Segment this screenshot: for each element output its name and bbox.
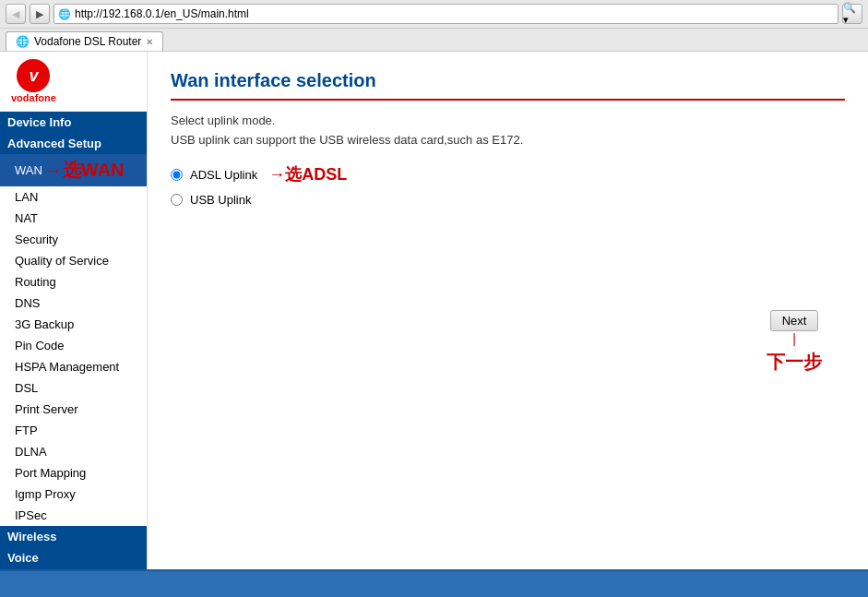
sidebar-item-port-mapping[interactable]: Port Mapping [0, 462, 147, 484]
search-button[interactable]: 🔍 ▾ [842, 4, 862, 24]
sidebar-item-dlna[interactable]: DLNA [0, 441, 147, 462]
sidebar: v vodafone Device Info Advanced Setup WA… [0, 52, 148, 597]
sidebar-item-pin-code[interactable]: Pin Code [0, 335, 147, 356]
sidebar-item-advanced-setup[interactable]: Advanced Setup [0, 133, 147, 154]
sidebar-item-ftp[interactable]: FTP [0, 420, 147, 441]
back-button[interactable]: ◀ [6, 4, 26, 24]
sidebar-item-ipsec[interactable]: IPSec [0, 505, 147, 526]
page-title: Wan interface selection [171, 70, 845, 101]
logo-v-letter: v [29, 66, 38, 86]
sidebar-item-wan[interactable]: WAN →选WAN [0, 154, 147, 186]
address-text: http://192.168.0.1/en_US/main.html [75, 7, 834, 20]
sidebar-item-dns[interactable]: DNS [0, 293, 147, 314]
content-area: v vodafone Device Info Advanced Setup WA… [0, 52, 868, 597]
browser-chrome: ◀ ▶ 🌐 http://192.168.0.1/en_US/main.html… [0, 0, 868, 52]
description2: USB uplink can support the USB wireless … [171, 133, 845, 147]
sidebar-item-dsl[interactable]: DSL [0, 377, 147, 399]
usb-label[interactable]: USB Uplink [190, 193, 251, 207]
sidebar-item-voice[interactable]: Voice [0, 547, 147, 568]
next-annotation: 下一步 [767, 350, 822, 375]
browser-toolbar: ◀ ▶ 🌐 http://192.168.0.1/en_US/main.html… [0, 0, 868, 29]
usb-option-row: USB Uplink [171, 193, 845, 207]
sidebar-item-igmp-proxy[interactable]: Igmp Proxy [0, 484, 147, 505]
adsl-option-row: ADSL Uplink →选ADSL [171, 163, 845, 185]
radio-group: ADSL Uplink →选ADSL USB Uplink [171, 163, 845, 207]
tab-bar: 🌐 Vodafone DSL Router ✕ [0, 29, 868, 51]
sidebar-item-device-info[interactable]: Device Info [0, 112, 147, 133]
adsl-radio[interactable] [171, 169, 183, 181]
vodafone-logo: v vodafone [11, 59, 56, 103]
sidebar-item-routing[interactable]: Routing [0, 271, 147, 293]
adsl-annotation: →选ADSL [268, 163, 347, 185]
logo-area: v vodafone [0, 52, 147, 112]
wan-label: WAN [15, 163, 42, 177]
sidebar-item-wireless[interactable]: Wireless [0, 526, 147, 547]
next-button-area: Next | 下一步 [767, 310, 822, 375]
browser-tab[interactable]: 🌐 Vodafone DSL Router ✕ [6, 31, 163, 51]
sidebar-item-qos[interactable]: Quality of Service [0, 250, 147, 271]
sidebar-item-nat[interactable]: NAT [0, 208, 147, 229]
sidebar-item-3g-backup[interactable]: 3G Backup [0, 314, 147, 335]
description1: Select uplink mode. [171, 113, 845, 127]
tab-close-button[interactable]: ✕ [146, 37, 153, 47]
adsl-label[interactable]: ADSL Uplink [190, 168, 257, 182]
page-wrap: v vodafone Device Info Advanced Setup WA… [0, 52, 868, 597]
tab-title: Vodafone DSL Router [34, 35, 141, 48]
usb-radio[interactable] [171, 194, 183, 206]
forward-button[interactable]: ▶ [30, 4, 50, 24]
next-button[interactable]: Next [770, 310, 819, 331]
logo-circle: v [17, 59, 50, 92]
tab-favicon: 🌐 [16, 35, 30, 48]
taskbar [0, 569, 868, 597]
next-arrow-icon: | [792, 331, 796, 346]
wan-annotation: →选WAN [44, 158, 125, 183]
brand-name: vodafone [11, 92, 56, 103]
address-icon: 🌐 [58, 8, 71, 20]
sidebar-item-security[interactable]: Security [0, 229, 147, 250]
sidebar-item-hspa[interactable]: HSPA Management [0, 356, 147, 377]
sidebar-item-lan[interactable]: LAN [0, 186, 147, 208]
address-bar[interactable]: 🌐 http://192.168.0.1/en_US/main.html [54, 4, 838, 24]
sidebar-item-print-server[interactable]: Print Server [0, 399, 147, 420]
main-content: Wan interface selection Select uplink mo… [148, 52, 868, 597]
